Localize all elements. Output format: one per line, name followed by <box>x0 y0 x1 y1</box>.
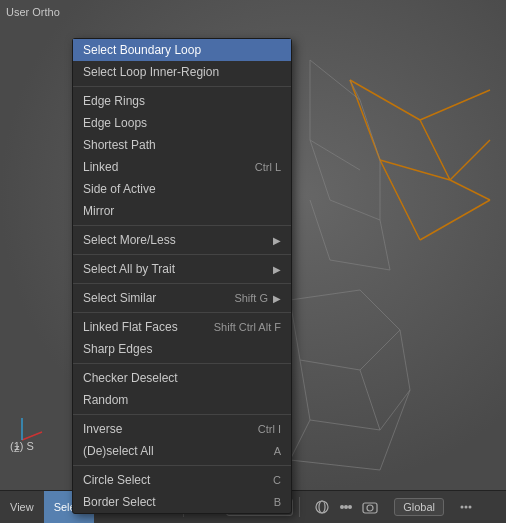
svg-point-49 <box>465 506 468 509</box>
menu-item-label-select-more-less: Select More/Less <box>83 233 268 247</box>
menu-item-shortcut-inverse: Ctrl I <box>258 423 281 435</box>
menu-item-circle-select[interactable]: Circle SelectC <box>73 469 291 491</box>
menu-item-shortcut-linked: Ctrl L <box>255 161 281 173</box>
menu-item-label-linked-flat-faces: Linked Flat Faces <box>83 320 204 334</box>
menu-item-shortest-path[interactable]: Shortest Path <box>73 134 291 156</box>
svg-point-44 <box>344 505 348 509</box>
menu-item-shortcut-circle-select: C <box>273 474 281 486</box>
menu-item-shortcut-linked-flat-faces: Shift Ctrl Alt F <box>214 321 281 333</box>
svg-point-45 <box>348 505 352 509</box>
menu-item-label-deselect-all: (De)select All <box>83 444 264 458</box>
svg-point-47 <box>367 505 373 511</box>
viewport-label: User Ortho <box>6 6 60 18</box>
menu-item-select-similar[interactable]: Select SimilarShift G▶ <box>73 287 291 309</box>
menu-separator <box>73 312 291 313</box>
toolbar-icons-area[interactable] <box>302 491 390 523</box>
frame-counter: (1) S <box>10 440 34 452</box>
context-menu: Select Boundary LoopSelect Loop Inner-Re… <box>72 38 292 514</box>
menu-item-label-linked: Linked <box>83 160 245 174</box>
menu-separator <box>73 225 291 226</box>
menu-item-select-all-by-trait[interactable]: Select All by Trait▶ <box>73 258 291 280</box>
menu-item-label-border-select: Border Select <box>83 495 264 509</box>
menu-item-label-edge-rings: Edge Rings <box>83 94 281 108</box>
menu-item-label-shortest-path: Shortest Path <box>83 138 281 152</box>
menu-item-side-of-active[interactable]: Side of Active <box>73 178 291 200</box>
menu-item-mirror[interactable]: Mirror <box>73 200 291 222</box>
menu-item-select-boundary-loop[interactable]: Select Boundary Loop <box>73 39 291 61</box>
menu-item-inverse[interactable]: InverseCtrl I <box>73 418 291 440</box>
menu-item-label-select-all-by-trait: Select All by Trait <box>83 262 268 276</box>
menu-item-label-select-boundary-loop: Select Boundary Loop <box>83 43 281 57</box>
menu-item-select-loop-inner[interactable]: Select Loop Inner-Region <box>73 61 291 83</box>
menu-item-label-select-similar: Select Similar <box>83 291 224 305</box>
toolbar-more-icons[interactable] <box>448 491 484 523</box>
menu-item-label-edge-loops: Edge Loops <box>83 116 281 130</box>
menu-item-sharp-edges[interactable]: Sharp Edges <box>73 338 291 360</box>
menu-item-label-sharp-edges: Sharp Edges <box>83 342 281 356</box>
menu-item-checker-deselect[interactable]: Checker Deselect <box>73 367 291 389</box>
svg-point-41 <box>316 501 328 513</box>
menu-item-linked[interactable]: LinkedCtrl L <box>73 156 291 178</box>
menu-item-edge-rings[interactable]: Edge Rings <box>73 90 291 112</box>
menu-separator <box>73 86 291 87</box>
menu-item-edge-loops[interactable]: Edge Loops <box>73 112 291 134</box>
menu-item-label-side-of-active: Side of Active <box>83 182 281 196</box>
menu-item-random[interactable]: Random <box>73 389 291 411</box>
menu-item-shortcut-deselect-all: A <box>274 445 281 457</box>
menu-item-shortcut-border-select: B <box>274 496 281 508</box>
menu-item-deselect-all[interactable]: (De)select AllA <box>73 440 291 462</box>
menu-item-arrow-select-similar: ▶ <box>273 293 281 304</box>
menu-item-label-circle-select: Circle Select <box>83 473 263 487</box>
menu-item-select-more-less[interactable]: Select More/Less▶ <box>73 229 291 251</box>
menu-separator <box>73 363 291 364</box>
menu-item-arrow-select-more-less: ▶ <box>273 235 281 246</box>
svg-point-48 <box>461 506 464 509</box>
menu-item-border-select[interactable]: Border SelectB <box>73 491 291 513</box>
menu-item-linked-flat-faces[interactable]: Linked Flat FacesShift Ctrl Alt F <box>73 316 291 338</box>
menu-item-label-random: Random <box>83 393 281 407</box>
menu-item-label-mirror: Mirror <box>83 204 281 218</box>
menu-separator <box>73 283 291 284</box>
menu-item-label-select-loop-inner: Select Loop Inner-Region <box>83 65 281 79</box>
toolbar-sep2 <box>299 497 300 516</box>
menu-item-arrow-select-all-by-trait: ▶ <box>273 264 281 275</box>
menu-item-shortcut-select-similar: Shift G <box>234 292 268 304</box>
menu-separator <box>73 465 291 466</box>
menu-item-label-inverse: Inverse <box>83 422 248 436</box>
svg-point-42 <box>319 501 325 513</box>
menu-separator <box>73 414 291 415</box>
menu-separator <box>73 254 291 255</box>
toolbar-view[interactable]: View <box>0 491 44 523</box>
svg-point-43 <box>340 505 344 509</box>
svg-point-50 <box>469 506 472 509</box>
toolbar-global[interactable]: Global <box>394 498 444 516</box>
menu-item-label-checker-deselect: Checker Deselect <box>83 371 281 385</box>
